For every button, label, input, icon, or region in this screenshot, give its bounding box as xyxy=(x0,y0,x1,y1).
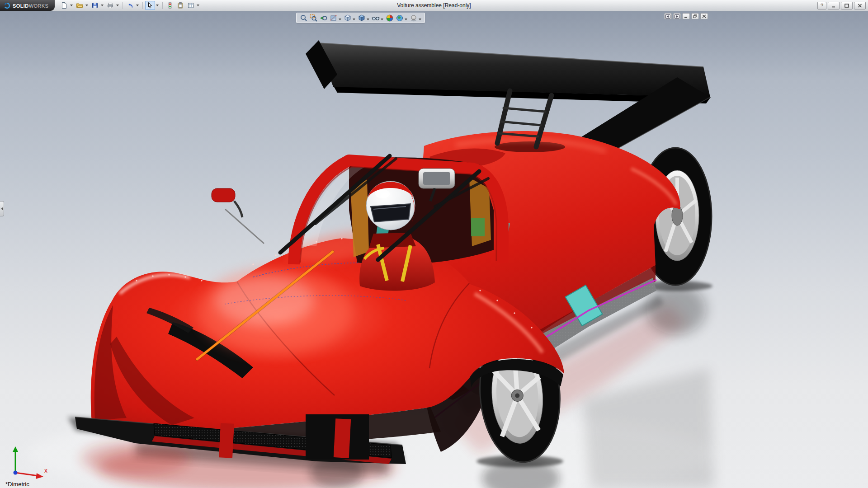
print-icon xyxy=(107,2,114,9)
maximize-button[interactable] xyxy=(841,2,853,9)
dropdown-caret-icon[interactable] xyxy=(419,19,421,20)
maximize-icon xyxy=(844,4,849,8)
rebuild-button[interactable] xyxy=(165,1,175,10)
print-button[interactable] xyxy=(105,1,115,10)
select-cursor-icon xyxy=(146,2,154,9)
help-button[interactable]: ? xyxy=(817,2,826,9)
window-controls: ? xyxy=(817,2,868,9)
viewport-3d[interactable]: x *Dimetric xyxy=(0,11,868,488)
x-axis xyxy=(15,473,38,476)
toolbar-separator xyxy=(142,2,143,9)
rebuild-traffic-icon xyxy=(166,2,174,9)
dropdown-caret-icon[interactable] xyxy=(85,5,88,6)
save-button[interactable] xyxy=(90,1,100,10)
undo-arrow-icon xyxy=(127,2,134,9)
dropdown-caret-icon[interactable] xyxy=(101,5,104,6)
zoom-area-button[interactable] xyxy=(309,14,318,22)
view-orientation-button[interactable] xyxy=(343,14,352,22)
section-view-button[interactable] xyxy=(329,14,338,22)
splitter-fence xyxy=(219,423,234,458)
edit-appearance-button[interactable] xyxy=(385,14,394,22)
task-pane-toggle-button[interactable] xyxy=(673,13,681,19)
logo-text-solid: SOLID xyxy=(13,3,29,9)
apply-scene-button[interactable] xyxy=(395,14,404,22)
minimize-button[interactable] xyxy=(828,2,840,9)
zoom-fit-button[interactable] xyxy=(299,14,308,22)
splitter-fence xyxy=(334,418,351,458)
chevron-left-icon xyxy=(1,207,3,211)
options-button[interactable] xyxy=(186,1,196,10)
dropdown-caret-icon[interactable] xyxy=(339,19,341,20)
logo-text-works: WORKS xyxy=(29,3,49,9)
clipboard-button[interactable] xyxy=(175,1,185,10)
dropdown-caret-icon[interactable] xyxy=(116,5,119,6)
solidworks-window: SOLIDWORKS xyxy=(0,0,868,488)
headsup-toolbar xyxy=(296,13,425,23)
dropdown-caret-icon[interactable] xyxy=(381,19,383,20)
open-button[interactable] xyxy=(75,1,85,10)
display-style-cube-icon xyxy=(358,14,366,22)
view-orientation-label: *Dimetric xyxy=(5,481,29,488)
car-model-render[interactable] xyxy=(0,11,868,488)
document-window-controls xyxy=(664,13,708,19)
doc-restore-button[interactable] xyxy=(691,13,699,19)
doc-restore-icon xyxy=(693,14,697,18)
orientation-triad[interactable]: x xyxy=(4,443,51,481)
doc-minimize-icon xyxy=(684,14,688,18)
dropdown-caret-icon[interactable] xyxy=(367,19,369,20)
y-axis-arrowhead xyxy=(13,446,18,452)
scene-globe-icon xyxy=(396,14,404,22)
dropdown-caret-icon[interactable] xyxy=(197,5,199,6)
panel-right-arrow-icon xyxy=(675,14,679,19)
save-floppy-icon xyxy=(91,2,99,9)
previous-view-icon xyxy=(320,14,328,22)
doc-close-icon xyxy=(702,14,706,18)
green-detail xyxy=(471,218,485,236)
x-axis-arrowhead xyxy=(36,473,43,479)
previous-view-button[interactable] xyxy=(319,14,328,22)
titlebar: SOLIDWORKS xyxy=(0,0,868,11)
3ds-logo-icon xyxy=(4,2,10,9)
glasses-icon xyxy=(372,14,380,22)
doc-minimize-button[interactable] xyxy=(682,13,690,19)
view-orientation-cube-icon xyxy=(344,14,352,22)
zoom-fit-icon xyxy=(300,14,308,22)
dropdown-caret-icon[interactable] xyxy=(70,5,73,6)
new-document-icon xyxy=(61,2,68,9)
display-style-button[interactable] xyxy=(357,14,366,22)
close-button[interactable] xyxy=(854,2,866,9)
toolbar-separator xyxy=(123,2,123,9)
section-view-icon xyxy=(330,14,338,22)
toolbar-separator xyxy=(162,2,163,9)
feature-manager-toggle-button[interactable] xyxy=(664,13,672,19)
feature-pane-tab[interactable] xyxy=(0,201,4,216)
open-folder-icon xyxy=(76,2,83,9)
hide-show-items-button[interactable] xyxy=(371,14,380,22)
main-toolbar xyxy=(59,1,201,10)
zoom-area-icon xyxy=(310,14,318,22)
undo-button[interactable] xyxy=(125,1,135,10)
z-axis-dot xyxy=(14,471,18,475)
dropdown-caret-icon[interactable] xyxy=(405,19,407,20)
dropdown-caret-icon[interactable] xyxy=(353,19,355,20)
view-settings-icon xyxy=(410,14,418,22)
clipboard-icon xyxy=(177,2,184,9)
x-axis-label: x xyxy=(44,467,47,474)
window-title: Voiture assemblee [Read-only] xyxy=(397,2,471,9)
panel-left-arrow-icon xyxy=(665,14,670,19)
minimize-icon xyxy=(831,4,836,8)
close-icon xyxy=(858,4,862,8)
new-document-button[interactable] xyxy=(59,1,69,10)
appearance-ball-icon xyxy=(386,14,394,22)
view-settings-button[interactable] xyxy=(409,14,418,22)
dropdown-caret-icon[interactable] xyxy=(156,5,159,6)
select-button[interactable] xyxy=(145,1,155,10)
solidworks-logo: SOLIDWORKS xyxy=(0,0,55,11)
doc-close-button[interactable] xyxy=(700,13,708,19)
dropdown-caret-icon[interactable] xyxy=(136,5,139,6)
options-sheet-icon xyxy=(187,2,194,9)
